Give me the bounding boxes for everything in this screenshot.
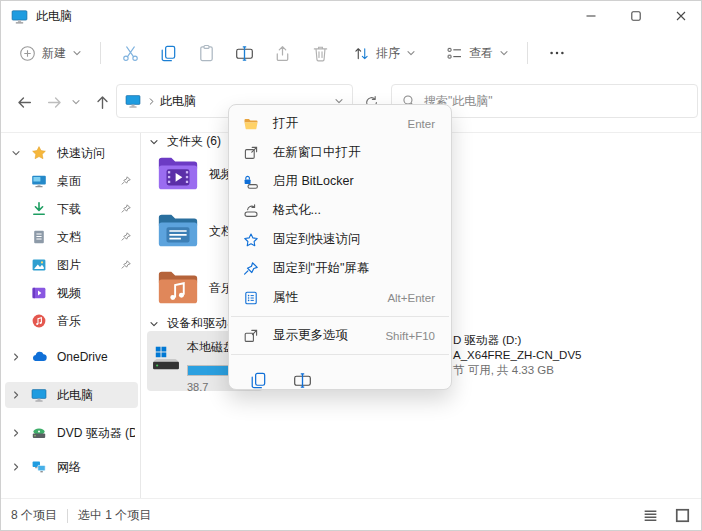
devices-section-header[interactable]: 设备和驱动器 [149,315,239,332]
maximize-icon [629,9,643,23]
sidebar-item-this-pc[interactable]: 此电脑 [5,382,138,408]
sidebar-item-network[interactable]: 网络 [5,454,138,480]
pinned-icon [120,203,132,215]
forward-button[interactable] [41,89,67,115]
menu-rename-button[interactable] [287,365,317,395]
share-button[interactable] [263,36,301,70]
sidebar-item-quick-access[interactable]: 快速访问 [5,140,138,166]
open-folder-icon [243,116,259,132]
chevron-right-icon[interactable] [11,462,23,472]
menu-item-label: 格式化... [273,202,321,219]
menu-quick-actions [229,359,451,395]
sidebar-item-documents[interactable]: 文档 [5,224,138,250]
paste-icon [197,44,216,63]
view-button[interactable]: 查看 [438,36,517,70]
more-options-button[interactable] [538,36,576,70]
large-icons-view-button[interactable] [671,505,693,527]
details-view-button[interactable] [639,505,661,527]
menu-item-label: 属性 [273,289,298,306]
toolbar-separator [527,42,528,64]
desktop-icon [31,173,47,189]
items-count: 8 个项目 [11,507,57,524]
cut-icon [121,44,140,63]
folder-tile-music[interactable]: 音乐 [155,265,233,311]
dvd-volume-fragment: A_X64FRE_ZH-CN_DV5 [453,348,581,363]
sidebar-item-dvd-drive[interactable]: DVD 驱动器 (D:) CC [5,420,138,446]
sidebar-item-label: 视频 [57,285,81,302]
paste-button[interactable] [187,36,225,70]
menu-item-label: 打开 [273,115,298,132]
disk-usage-fill [188,366,229,375]
back-button[interactable] [11,89,37,115]
copy-icon [159,44,178,63]
breadcrumb-root[interactable]: 此电脑 [160,93,196,110]
menu-item-open-new-window[interactable]: 在新窗口中打开 [233,138,447,167]
music-folder-icon [155,265,201,311]
dvd-drive-tile-info[interactable]: D 驱动器 (D:) A_X64FRE_ZH-CN_DV5 节 可用, 共 4.… [453,333,581,378]
menu-item-label: 显示更多选项 [273,327,348,344]
status-bar: 8 个项目 选中 1 个项目 [1,498,702,531]
documents-folder-icon [155,208,201,254]
document-icon [31,229,47,245]
menu-item-label: 固定到"开始"屏幕 [273,260,369,277]
properties-icon [243,290,259,306]
menu-item-pin-to-start[interactable]: 固定到"开始"屏幕 [233,254,447,283]
view-button-label: 查看 [469,45,493,62]
menu-item-show-more-options[interactable]: 显示更多选项 Shift+F10 [233,321,447,350]
menu-item-properties[interactable]: 属性 Alt+Enter [233,283,447,312]
minimize-icon [584,9,598,23]
videos-icon [31,285,47,301]
context-menu: 打开 Enter 在新窗口中打开 启用 BitLocker 格式化... 固定到… [228,104,452,390]
sidebar-item-label: 桌面 [57,173,81,190]
menu-item-label: 固定到快速访问 [273,231,361,248]
details-view-icon [642,507,659,524]
quick-access-star-icon [31,145,47,161]
maximize-button[interactable] [613,1,658,31]
chevron-down-icon[interactable] [11,148,23,158]
chevron-right-icon[interactable] [11,352,23,362]
sidebar-item-label: 文档 [57,229,81,246]
format-drive-icon [243,203,259,219]
menu-separator [231,316,449,317]
sidebar-item-music[interactable]: 音乐 [5,308,138,334]
sort-button[interactable]: 排序 [345,36,424,70]
new-button[interactable]: 新建 [11,36,90,70]
sidebar-item-label: OneDrive [57,350,108,364]
folder-tile-videos[interactable]: 视频 [155,151,233,197]
folders-section-header[interactable]: 文件夹 (6) [149,133,221,150]
copy-icon [249,371,268,390]
chevron-right-icon[interactable] [11,390,23,400]
plus-circle-icon [19,45,36,62]
menu-copy-button[interactable] [243,365,273,395]
rename-button[interactable] [225,36,263,70]
share-icon [273,44,292,63]
sidebar-item-downloads[interactable]: 下载 [5,196,138,222]
pinned-icon [120,231,132,243]
menu-item-format[interactable]: 格式化... [233,196,447,225]
explorer-window: 此电脑 新建 排序 查看 [0,0,702,531]
chevron-down-icon [499,48,509,58]
menu-item-label: 在新窗口中打开 [273,144,361,161]
sidebar-item-desktop[interactable]: 桌面 [5,168,138,194]
chevron-down-icon [149,319,159,329]
recent-locations-button[interactable] [67,89,85,115]
chevron-right-icon[interactable] [11,428,23,438]
delete-button[interactable] [301,36,339,70]
chevron-down-icon [71,97,81,107]
copy-button[interactable] [149,36,187,70]
show-more-options-icon [243,328,259,344]
sidebar-item-pictures[interactable]: 图片 [5,252,138,278]
menu-item-enable-bitlocker[interactable]: 启用 BitLocker [233,167,447,196]
menu-item-pin-quick-access[interactable]: 固定到快速访问 [233,225,447,254]
sidebar-item-onedrive[interactable]: OneDrive [5,344,138,370]
close-button[interactable] [658,1,702,31]
rename-icon [293,371,312,390]
folder-tile-documents[interactable]: 文档 [155,208,233,254]
sidebar-item-videos[interactable]: 视频 [5,280,138,306]
cut-button[interactable] [111,36,149,70]
up-button[interactable] [89,89,115,115]
rename-icon [235,44,254,63]
minimize-button[interactable] [568,1,613,31]
menu-item-open[interactable]: 打开 Enter [233,109,447,138]
new-button-label: 新建 [42,45,66,62]
